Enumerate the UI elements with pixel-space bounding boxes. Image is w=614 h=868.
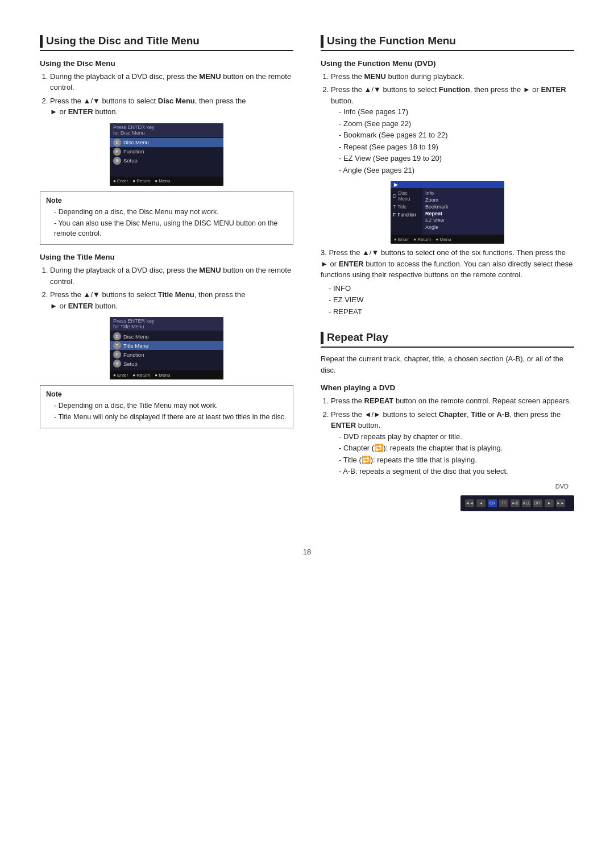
repeat-step-1: Press the REPEAT button on the remote co… (331, 395, 574, 407)
func-step-3: 3. Press the ▲/▼ buttons to select one o… (321, 247, 574, 281)
func-direct-list: INFO EZ VIEW REPEAT (321, 283, 574, 318)
disc-menu-note-title: Note (46, 197, 287, 205)
title-menu-subheading: Using the Title Menu (40, 253, 293, 261)
func-bullet-repeat: Repeat (See pages 18 to 19) (339, 141, 574, 153)
repeat-btn-fwd: ► (545, 499, 554, 507)
function-menu-heading: Using the Function Menu (321, 34, 574, 51)
disc-menu-step-2: Press the ▲/▼ buttons to select Disc Men… (50, 95, 293, 118)
title-menu-item-title: T Title Menu (110, 341, 223, 350)
func-list-angle: Angle (425, 224, 501, 231)
title-menu-step-2: Press the ▲/▼ buttons to select Title Me… (50, 289, 293, 311)
func-step-2: Press the ▲/▼ buttons to select Function… (331, 84, 574, 176)
disc-menu-item-setup: ⚙ Setup (110, 156, 223, 165)
func-list-bookmark: Bookmark (425, 203, 501, 210)
title-menu-note-1: Depending on a disc, the Title Menu may … (54, 400, 287, 411)
page-number: 18 (40, 548, 574, 556)
repeat-btn-ch: CH (488, 499, 497, 507)
disc-menu-item-function: F Function (110, 147, 223, 156)
disc-screen-menu: D Disc Menu F Function ⚙ Setup (110, 137, 223, 166)
title-icon: T (113, 341, 121, 349)
func-list-zoom: Zoom (425, 197, 501, 203)
disc-screen-label: Press ENTER keyfor Disc Menu (110, 123, 223, 137)
title-menu-screen: Press ENTER keyfor Title Menu D Disc Men… (110, 317, 223, 379)
disc-menu-note-list: Depending on a disc, the Disc Menu may n… (46, 207, 287, 239)
disc-title-menu-section: Using the Disc and Title Menu Using the … (40, 34, 293, 428)
func-list-info: Info (425, 190, 501, 197)
func-direct-ezview: EZ VIEW (329, 294, 574, 306)
title-menu-item-function: F Function (110, 350, 223, 359)
dvd-label: DVD (321, 483, 574, 490)
title-menu-note-title: Note (46, 390, 287, 398)
dvd-repeat-label-wrap: DVD ◄◄ ◄ CH TT A-B ALL OFF ► ►► (321, 483, 574, 511)
title-menu-screen-wrap: Press ENTER keyfor Title Menu D Disc Men… (40, 317, 293, 379)
left-column: Using the Disc and Title Menu Using the … (40, 34, 293, 442)
setup-icon: ⚙ (113, 157, 121, 165)
repeat-btn-ffwd: ►► (556, 499, 565, 507)
repeat-btn-all: ALL (522, 499, 531, 507)
repeat-bullet-3: Title (🔁): repeats the title that is pla… (339, 454, 574, 466)
disc-menu-note-2: You can also use the Disc Menu, using th… (54, 218, 287, 240)
func-screen-menu-col: D Disc Menu T Title F Function Info Zoo (391, 188, 504, 235)
repeat-btn-ab: A-B (511, 499, 520, 507)
repeat-bullet-1: DVD repeats play by chapter or title. (339, 431, 574, 443)
disc-menu-screen-wrap: Press ENTER keyfor Disc Menu D Disc Menu… (40, 123, 293, 186)
title-screen-menu: D Disc Menu T Title Menu F Function ⚙ Se… (110, 331, 223, 369)
repeat-bullet-2: Chapter (🔁): repeats the chapter that is… (339, 443, 574, 454)
setup-icon2: ⚙ (113, 360, 121, 368)
disc-menu-screen: Press ENTER keyfor Disc Menu D Disc Menu… (110, 123, 223, 186)
func-bullet-list: Info (See pages 17) Zoom (See page 22) B… (331, 106, 574, 176)
func-screen-bottombar: ● Enter ● Return ● Menu (391, 235, 504, 244)
func-nav-titlemenu: T Title (391, 203, 422, 211)
function-menu-steps: Press the MENU button during playback. P… (321, 71, 574, 176)
title-menu-item-discmenu: D Disc Menu (110, 332, 223, 341)
func-list-repeat: Repeat (425, 210, 501, 217)
repeat-dvd-steps: Press the REPEAT button on the remote co… (321, 395, 574, 477)
func-screen-leftnav: D Disc Menu T Title F Function (391, 188, 422, 235)
title-screen-bottombar: ● Enter ● Return ● Menu (110, 370, 223, 379)
func-nav-discmenu: D Disc Menu (391, 189, 422, 203)
repeat-btn-off: OFF (533, 499, 542, 507)
title-menu-step-1: During the playback of a DVD disc, press… (50, 265, 293, 287)
right-column: Using the Function Menu Using the Functi… (321, 34, 574, 525)
repeat-step-2: Press the ◄/► buttons to select Chapter,… (331, 409, 574, 477)
disc-icon2: D (113, 332, 121, 340)
disc-menu-subheading: Using the Disc Menu (40, 59, 293, 68)
repeat-bullet-list: DVD repeats play by chapter or title. Ch… (331, 431, 574, 477)
repeat-play-section: Repeat Play Repeat the current track, ch… (321, 331, 574, 511)
repeat-bar-wrap: ◄◄ ◄ CH TT A-B ALL OFF ► ►► (321, 495, 574, 511)
title-menu-item-setup: ⚙ Setup (110, 359, 223, 368)
func-list-ezview: EZ View (425, 217, 501, 224)
disc-title-heading: Using the Disc and Title Menu (40, 34, 293, 51)
func-menu-screen-wrap: ▶ D Disc Menu T Title F Function (321, 181, 574, 244)
func-bullet-bookmark: Bookmark (See pages 21 to 22) (339, 130, 574, 141)
func-icon: F (113, 148, 121, 156)
repeat-bar: ◄◄ ◄ CH TT A-B ALL OFF ► ►► (460, 495, 574, 511)
func-bullet-info: Info (See pages 17) (339, 106, 574, 118)
disc-screen-bottombar: ● Enter ● Return ● Menu (110, 177, 223, 186)
func-step-1: Press the MENU button during playback. (331, 71, 574, 82)
title-menu-steps: During the playback of a DVD disc, press… (40, 265, 293, 311)
function-dvd-subheading: Using the Function Menu (DVD) (321, 59, 574, 68)
repeat-bullet-4: A-B: repeats a segment of the disc that … (339, 466, 574, 477)
title-menu-note-list: Depending on a disc, the Title Menu may … (46, 400, 287, 423)
repeat-intro: Repeat the current track, chapter, title… (321, 353, 574, 375)
repeat-btn-prev: ◄◄ (465, 499, 474, 507)
func-bullet-zoom: Zoom (See page 22) (339, 118, 574, 130)
disc-menu-steps: During the playback of a DVD disc, press… (40, 71, 293, 118)
func-screen-rightlist: Info Zoom Bookmark Repeat EZ View Angle (422, 188, 504, 235)
page-layout: Using the Disc and Title Menu Using the … (40, 34, 574, 525)
repeat-btn-rew: ◄ (476, 499, 486, 507)
disc-menu-note-1: Depending on a disc, the Disc Menu may n… (54, 207, 287, 218)
disc-menu-item-discmenu: D Disc Menu (110, 138, 223, 147)
func-icon2: F (113, 350, 121, 358)
func-direct-repeat: REPEAT (329, 306, 574, 318)
title-screen-label: Press ENTER keyfor Title Menu (110, 317, 223, 331)
func-direct-info: INFO (329, 283, 574, 294)
func-menu-screen: ▶ D Disc Menu T Title F Function (391, 181, 504, 244)
func-nav-function: F Function (391, 211, 422, 219)
repeat-btn-title: TT (499, 499, 508, 507)
func-screen-toprow: ▶ (391, 181, 504, 188)
func-bullet-angle: Angle (See pages 21) (339, 165, 574, 176)
when-playing-dvd-subheading: When playing a DVD (321, 383, 574, 392)
func-bullet-ezview: EZ View (See pages 19 to 20) (339, 153, 574, 164)
